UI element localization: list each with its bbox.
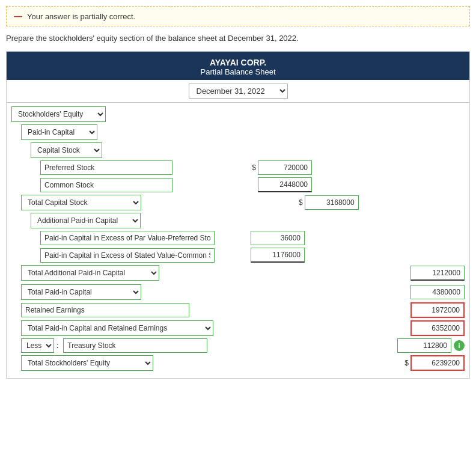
paid-in-excess-preferred-row [40,231,465,245]
balance-sheet-table: AYAYAI CORP. Partial Balance Sheet Decem… [6,51,470,379]
paid-in-excess-preferred-value[interactable] [251,231,305,245]
alert-text: Your answer is partially correct. [27,12,135,21]
paid-in-capital-row: Paid-in Capital [21,124,465,140]
treasury-stock-value[interactable] [397,338,451,353]
minus-icon: — [14,11,22,21]
common-stock-row [40,177,465,192]
instruction-text: Prepare the stockholders' equity section… [6,34,470,43]
total-paid-in-capital-row: Total Paid-in Capital [21,284,465,300]
additional-paid-in-dropdown[interactable]: Additional Paid-in Capital [31,213,141,228]
retained-earnings-row [21,302,465,318]
table-body: Stockholders' Equity Paid-in Capital Cap… [7,103,469,378]
retained-earnings-value[interactable] [410,302,465,318]
total-additional-paid-in-dropdown[interactable]: Total Additional Paid-in Capital [21,265,159,281]
preferred-stock-value[interactable] [258,160,312,175]
total-additional-paid-in-row: Total Additional Paid-in Capital [21,265,465,281]
total-paid-in-capital-value[interactable] [410,285,465,299]
sheet-title: Partial Balance Sheet [11,67,465,76]
total-paid-in-retained-dropdown[interactable]: Total Paid-in Capital and Retained Earni… [21,320,213,336]
total-stockholders-equity-value[interactable] [410,355,465,371]
total-capital-stock-value[interactable] [305,195,359,210]
date-row[interactable]: December 31, 2022 [7,80,469,103]
additional-paid-in-row: Additional Paid-in Capital [31,213,465,228]
paid-in-capital-dropdown[interactable]: Paid-in Capital [21,124,97,140]
paid-in-excess-preferred-label[interactable] [40,231,215,245]
corp-name: AYAYAI CORP. [11,58,465,67]
total-paid-in-retained-row: Total Paid-in Capital and Retained Earni… [21,320,465,336]
capital-stock-row: Capital Stock [31,142,465,158]
total-stockholders-equity-row: Total Stockholders' Equity $ [21,355,465,371]
common-stock-value[interactable] [258,177,312,192]
table-header: AYAYAI CORP. Partial Balance Sheet [7,52,469,80]
treasury-stock-row: Less : i [21,338,465,353]
total-additional-paid-in-value[interactable] [410,266,465,281]
common-stock-label[interactable] [40,178,172,192]
paid-in-excess-common-value[interactable] [251,248,305,263]
preferred-stock-label[interactable] [40,160,172,175]
colon: : [56,341,58,350]
total-capital-stock-row: Total Capital Stock $ [21,195,465,210]
capital-stock-dropdown[interactable]: Capital Stock [31,142,102,158]
retained-earnings-label[interactable] [21,303,189,317]
partial-correct-alert: — Your answer is partially correct. [6,6,470,26]
preferred-dollar: $ [252,163,256,172]
info-button[interactable]: i [454,340,465,351]
stockholders-equity-dropdown[interactable]: Stockholders' Equity [11,106,106,122]
stockholders-equity-row: Stockholders' Equity [11,106,465,122]
total-capital-stock-dropdown[interactable]: Total Capital Stock [21,195,141,210]
date-select[interactable]: December 31, 2022 [189,84,288,99]
paid-in-excess-common-row [40,248,465,263]
treasury-stock-label[interactable] [63,338,207,353]
paid-in-excess-common-label[interactable] [40,248,215,263]
preferred-stock-row: $ [40,160,465,175]
less-dropdown[interactable]: Less [21,338,54,353]
total-equity-dollar: $ [404,359,409,367]
total-capital-dollar: $ [299,198,303,207]
total-paid-in-capital-dropdown[interactable]: Total Paid-in Capital [21,284,141,300]
total-paid-in-retained-value[interactable] [410,320,465,336]
total-stockholders-equity-dropdown[interactable]: Total Stockholders' Equity [21,355,153,371]
